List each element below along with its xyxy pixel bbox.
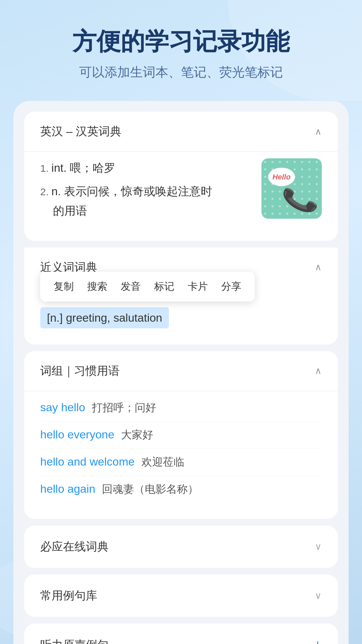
phrase-item-2[interactable]: hello everyone 大家好: [40, 422, 322, 449]
phrase-chinese-1: 打招呼；问好: [92, 400, 156, 415]
dict-section-title: 英汉 – 汉英词典: [40, 124, 121, 139]
listening-plus-icon[interactable]: +: [313, 637, 322, 644]
hello-image-card: Hello 📞: [261, 158, 322, 219]
phrase-item-4[interactable]: hello again 回魂妻（电影名称）: [40, 476, 322, 503]
synonyms-chevron-up-icon: ∧: [315, 262, 322, 273]
hello-speech-bubble: Hello: [268, 168, 295, 186]
example-sentences-chevron-down-icon: ∨: [315, 590, 322, 601]
context-menu: 复制 搜索 发音 标记 卡片 分享: [40, 272, 255, 302]
context-menu-pronounce[interactable]: 发音: [121, 280, 141, 293]
bing-dict-title: 必应在线词典: [40, 539, 109, 554]
context-menu-share[interactable]: 分享: [221, 280, 241, 293]
phrases-section-header[interactable]: 词组｜习惯用语 ∧: [24, 351, 338, 391]
dict-definitions: 1. int. 喂；哈罗 2. n. 表示问候，惊奇或唤起注意时 的用语: [40, 158, 251, 224]
bing-dict-section: 必应在线词典 ∨: [24, 526, 338, 568]
header: 方便的学习记录功能 可以添加生词本、笔记、荧光笔标记: [0, 0, 362, 101]
header-title: 方便的学习记录功能: [20, 27, 342, 56]
selected-text[interactable]: [n.] greeting, salutation: [40, 307, 169, 328]
phrase-item-1[interactable]: say hello 打招呼；问好: [40, 394, 322, 422]
dict-section-header[interactable]: 英汉 – 汉英词典 ∧: [24, 112, 338, 151]
phrases-chevron-up-icon: ∧: [315, 365, 322, 376]
dict-def-type-2: n. 表示问候，惊奇或唤起注意时 的用语: [40, 185, 212, 217]
dict-chevron-up-icon: ∧: [315, 126, 322, 137]
dict-def-1: 1. int. 喂；哈罗: [40, 158, 251, 178]
synonyms-section: 近义词词典 ∧ 复制 搜索 发音 标记 卡片 分享 [n.] greeting,…: [24, 248, 338, 344]
dict-def-type-1: int. 喂；哈罗: [51, 161, 115, 174]
bing-dict-header[interactable]: 必应在线词典 ∨: [24, 526, 338, 568]
phrase-english-2: hello everyone: [40, 428, 114, 441]
phrases-section: 词组｜习惯用语 ∧ say hello 打招呼；问好 hello everyon…: [24, 351, 338, 519]
phrase-chinese-4: 回魂妻（电影名称）: [102, 482, 198, 497]
phrases-content: say hello 打招呼；问好 hello everyone 大家好 hell…: [24, 391, 338, 519]
phrase-english-1: say hello: [40, 401, 85, 414]
bing-dict-chevron-down-icon: ∨: [315, 541, 322, 552]
listening-section: 听力原声例句 +: [24, 624, 338, 644]
phrases-section-title: 词组｜习惯用语: [40, 363, 120, 379]
header-subtitle: 可以添加生词本、笔记、荧光笔标记: [20, 64, 342, 81]
context-menu-search[interactable]: 搜索: [87, 280, 107, 293]
phrase-chinese-2: 大家好: [121, 428, 153, 442]
dict-def-number-2: 2.: [40, 186, 51, 197]
example-sentences-header[interactable]: 常用例句库 ∨: [24, 575, 338, 617]
listening-section-header[interactable]: 听力原声例句 +: [24, 624, 338, 644]
dict-def-2: 2. n. 表示问候，惊奇或唤起注意时 的用语: [40, 182, 251, 221]
selected-text-area: [n.] greeting, salutation: [24, 301, 338, 344]
example-sentences-title: 常用例句库: [40, 588, 97, 603]
main-card: 英汉 – 汉英词典 ∧ 1. int. 喂；哈罗 2. n. 表示问候，惊奇或唤…: [13, 101, 349, 644]
hello-phone-icon: 📞: [280, 180, 320, 219]
listening-section-title: 听力原声例句: [40, 637, 109, 644]
dict-def-number-1: 1.: [40, 163, 51, 174]
context-menu-copy[interactable]: 复制: [54, 280, 74, 293]
context-menu-card[interactable]: 卡片: [188, 280, 208, 293]
english-chinese-dict-section: 英汉 – 汉英词典 ∧ 1. int. 喂；哈罗 2. n. 表示问候，惊奇或唤…: [24, 112, 338, 240]
phrase-english-4: hello again: [40, 482, 95, 495]
phrase-english-3: hello and welcome: [40, 455, 135, 468]
phrase-item-3[interactable]: hello and welcome 欢迎莅临: [40, 449, 322, 476]
phrase-chinese-3: 欢迎莅临: [141, 455, 184, 470]
context-menu-mark[interactable]: 标记: [154, 280, 174, 293]
example-sentences-section: 常用例句库 ∨: [24, 575, 338, 617]
dict-content: 1. int. 喂；哈罗 2. n. 表示问候，惊奇或唤起注意时 的用语 Hel…: [24, 152, 338, 240]
